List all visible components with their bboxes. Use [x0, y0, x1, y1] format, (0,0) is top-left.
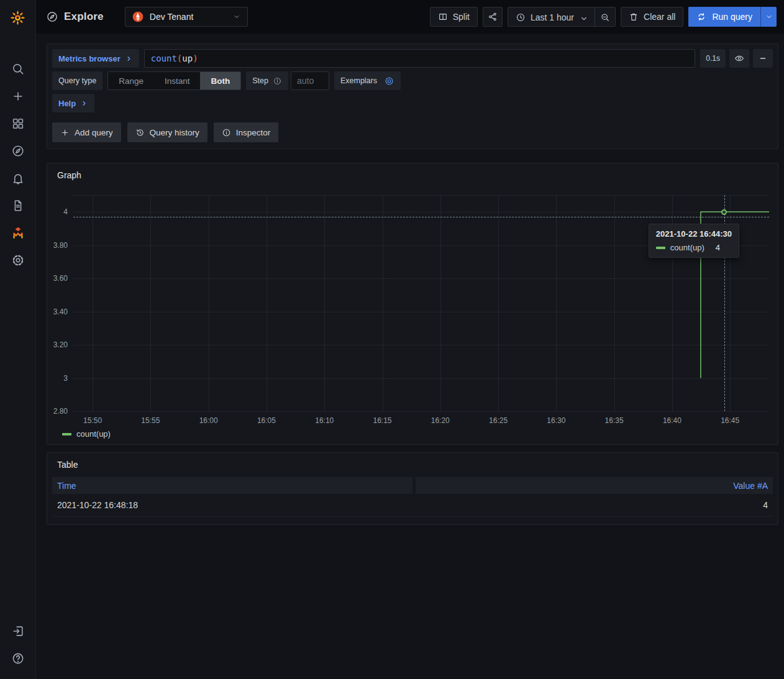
split-button[interactable]: Split — [430, 7, 478, 27]
clear-all-button[interactable]: Clear all — [621, 7, 683, 27]
tooltip-series-name: count(up) — [670, 243, 704, 252]
query-expression-input[interactable]: count(up) — [144, 49, 696, 68]
query-row: Metrics browser count(up) 0.1s — [52, 49, 773, 68]
query-duration-badge: 0.1s — [700, 49, 726, 68]
step-input[interactable] — [291, 71, 329, 90]
app-root: Explore Dev Tenant — [0, 0, 784, 679]
remove-query-button[interactable] — [753, 49, 773, 68]
settings-gear-icon[interactable] — [11, 253, 25, 267]
grafana-logo-icon[interactable] — [0, 0, 35, 34]
graph-legend[interactable]: count(up) — [62, 429, 111, 439]
explore-compass-icon — [46, 11, 58, 23]
code-paren-open: ( — [177, 53, 182, 63]
step-label-text: Step — [252, 76, 268, 85]
exemplars-field: Exemplars — [334, 71, 401, 90]
chevron-right-icon — [80, 99, 88, 107]
y-axis-tick-label: 3.80 — [47, 241, 68, 250]
code-function: count — [151, 53, 177, 63]
run-query-button[interactable]: Run query — [688, 7, 760, 27]
column-header-time[interactable]: Time — [52, 477, 413, 494]
query-type-label: Query type — [52, 71, 103, 90]
help-question-icon[interactable] — [11, 652, 25, 665]
share-icon — [488, 12, 498, 22]
metrics-browser-button[interactable]: Metrics browser — [52, 49, 139, 68]
x-axis-tick-label: 16:15 — [365, 416, 400, 425]
time-picker-group: Last 1 hour — [508, 7, 616, 27]
query-type-both[interactable]: Both — [200, 72, 240, 89]
run-query-group: Run query — [688, 7, 777, 27]
zoom-out-icon — [600, 12, 610, 22]
split-label: Split — [453, 12, 470, 22]
create-plus-icon[interactable] — [11, 89, 25, 103]
run-query-caret[interactable] — [760, 7, 777, 27]
sync-icon — [696, 12, 706, 22]
tooltip-series-row: count(up) 4 — [656, 243, 732, 252]
dashboards-icon[interactable] — [11, 117, 25, 130]
help-label: Help — [58, 99, 76, 108]
y-axis-tick-label: 3.20 — [47, 340, 68, 349]
time-range-picker[interactable]: Last 1 hour — [508, 7, 595, 27]
mimir-logo-icon[interactable] — [11, 226, 25, 240]
zoom-out-button[interactable] — [595, 7, 615, 27]
cell-value: 4 — [416, 494, 773, 516]
graph-panel: Graph 2021-10-22 16:44:30 count(up) 4 43… — [47, 163, 778, 445]
explore-content: Metrics browser count(up) 0.1s — [36, 34, 784, 525]
chevron-down-icon — [232, 12, 241, 21]
add-query-button[interactable]: Add query — [52, 122, 121, 142]
exemplars-toggle-icon[interactable] — [384, 76, 394, 86]
query-actions-row: Add query Query history Inspector — [52, 122, 773, 142]
page-title-area: Explore — [46, 11, 104, 23]
document-icon[interactable] — [11, 199, 25, 212]
tooltip-time: 2021-10-22 16:44:30 — [656, 229, 732, 239]
query-type-instant[interactable]: Instant — [154, 72, 201, 89]
y-axis-tick-label: 4 — [47, 207, 68, 216]
step-field-label: Step — [246, 71, 288, 90]
y-axis-tick-label: 3 — [47, 374, 68, 383]
query-type-range[interactable]: Range — [108, 72, 154, 89]
query-history-button[interactable]: Query history — [127, 122, 207, 142]
add-query-label: Add query — [75, 128, 113, 137]
x-axis-tick-label: 16:40 — [655, 416, 690, 425]
share-button[interactable] — [483, 7, 503, 27]
results-table: Time Value #A 2021-10-22 16:48:18 4 — [52, 477, 773, 517]
datasource-name: Dev Tenant — [150, 12, 194, 22]
inspector-button[interactable]: Inspector — [214, 122, 279, 142]
sidebar — [0, 0, 36, 679]
query-history-label: Query history — [150, 128, 199, 137]
x-axis-tick-label: 16:45 — [713, 416, 747, 425]
graph-plot-area[interactable]: 2021-10-22 16:44:30 count(up) 4 43.803.6… — [47, 163, 778, 444]
trash-icon — [629, 12, 639, 22]
datasource-picker[interactable]: Dev Tenant — [125, 7, 248, 27]
table-header-row: Time Value #A — [52, 477, 773, 494]
x-axis-tick-label: 16:30 — [539, 416, 573, 425]
main-column: Explore Dev Tenant — [36, 0, 784, 679]
x-axis-tick-label: 16:05 — [249, 416, 284, 425]
code-argument: up — [182, 53, 193, 63]
chevron-down-icon — [579, 14, 587, 22]
time-range-label: Last 1 hour — [531, 12, 574, 22]
legend-swatch — [62, 433, 71, 435]
x-axis-tick-label: 16:35 — [597, 416, 632, 425]
column-header-value[interactable]: Value #A — [416, 477, 773, 494]
x-axis-tick-label: 15:50 — [75, 416, 110, 425]
exemplars-label: Exemplars — [340, 76, 377, 85]
y-axis-tick-label: 3.40 — [47, 308, 68, 316]
table-panel: Table Time Value #A 2021-10-22 16:48:18 … — [47, 452, 778, 525]
explore-compass-icon[interactable] — [11, 144, 25, 158]
sign-in-icon[interactable] — [11, 624, 25, 638]
alerting-bell-icon[interactable] — [11, 171, 25, 185]
table-panel-title: Table — [52, 453, 773, 470]
y-axis-tick-label: 2.80 — [47, 407, 68, 416]
x-axis-tick-label: 16:10 — [307, 416, 342, 425]
search-icon[interactable] — [11, 62, 25, 76]
toggle-visibility-button[interactable] — [729, 49, 749, 68]
x-axis-tick-label: 16:25 — [481, 416, 516, 425]
top-toolbar: Explore Dev Tenant — [36, 0, 784, 34]
inspector-label: Inspector — [236, 128, 271, 137]
sidebar-bottom — [11, 624, 25, 665]
x-axis-tick-label: 16:20 — [423, 416, 458, 425]
help-button[interactable]: Help — [52, 94, 94, 112]
run-query-label: Run query — [712, 12, 752, 22]
cell-time: 2021-10-22 16:48:18 — [52, 494, 413, 516]
clear-all-label: Clear all — [644, 12, 675, 22]
